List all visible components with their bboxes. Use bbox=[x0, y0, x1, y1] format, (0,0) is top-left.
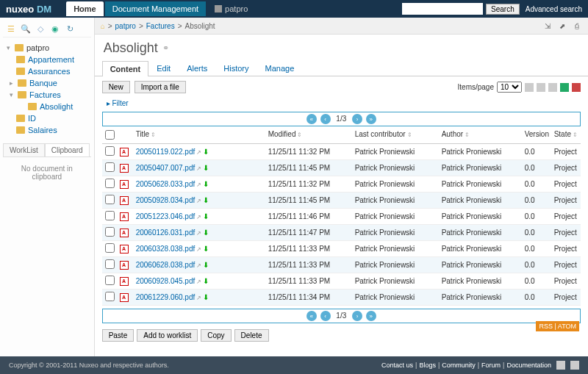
export-excel-icon[interactable] bbox=[560, 83, 569, 92]
file-link[interactable]: 20051223.046.pdf bbox=[136, 212, 196, 220]
view-list-icon[interactable] bbox=[525, 83, 534, 92]
file-link[interactable]: 20050628.033.pdf bbox=[136, 180, 196, 188]
file-link[interactable]: 20050407.007.pdf bbox=[136, 164, 196, 172]
open-new-icon[interactable]: ↗ bbox=[196, 214, 201, 220]
home-icon[interactable]: ⌂ bbox=[101, 22, 105, 30]
footer-docs[interactable]: Documentation bbox=[506, 362, 551, 369]
pager-first-bottom[interactable]: « bbox=[306, 311, 317, 321]
worklist-tab[interactable]: WorkList bbox=[3, 143, 45, 157]
search-icon[interactable]: 🔍 bbox=[21, 24, 31, 34]
col-state[interactable]: State⇕ bbox=[554, 130, 578, 141]
col-author[interactable]: Author⇕ bbox=[442, 130, 525, 141]
pager-last-bottom[interactable]: » bbox=[366, 311, 376, 321]
search-input[interactable] bbox=[402, 3, 483, 15]
row-checkbox[interactable] bbox=[105, 211, 115, 220]
open-new-icon[interactable]: ↗ bbox=[196, 165, 201, 172]
user-menu[interactable]: patpro bbox=[215, 4, 248, 13]
nav-home[interactable]: Home bbox=[66, 1, 104, 16]
file-link[interactable]: 20060126.031.pdf bbox=[136, 229, 196, 237]
pager-prev-bottom[interactable]: ‹ bbox=[320, 311, 331, 321]
tree-item-appartement[interactable]: Appartement bbox=[3, 54, 91, 65]
advanced-search-link[interactable]: Advanced search bbox=[526, 5, 582, 13]
download-icon[interactable]: ⬇ bbox=[203, 164, 209, 172]
tree-item-id[interactable]: ID bbox=[3, 112, 91, 124]
filter-toggle[interactable]: ▸ Filter bbox=[95, 98, 588, 109]
footer-contact[interactable]: Contact us bbox=[381, 362, 413, 369]
view-grid-icon[interactable] bbox=[537, 83, 545, 92]
file-link[interactable]: 20061229.060.pdf bbox=[136, 293, 196, 301]
download-icon[interactable]: ⬇ bbox=[203, 245, 209, 253]
rss-atom-button[interactable]: RSS | ATOM bbox=[536, 321, 579, 331]
pager-next-bottom[interactable]: › bbox=[352, 311, 362, 321]
refresh-icon[interactable]: ↻ bbox=[65, 24, 75, 34]
link-icon[interactable]: ⚭ bbox=[162, 43, 169, 53]
download-icon[interactable]: ⬇ bbox=[203, 148, 209, 156]
row-checkbox[interactable] bbox=[105, 146, 115, 156]
tree-root[interactable]: ▾patpro bbox=[3, 42, 91, 54]
footer-community[interactable]: Community bbox=[442, 362, 476, 369]
paste-button[interactable]: Paste bbox=[102, 329, 135, 342]
col-title[interactable]: Title⇕ bbox=[136, 130, 268, 141]
pager-next[interactable]: › bbox=[352, 114, 362, 124]
row-checkbox[interactable] bbox=[105, 276, 115, 285]
tree-item-absolight[interactable]: Absolight bbox=[3, 101, 91, 112]
download-icon[interactable]: ⬇ bbox=[203, 212, 209, 220]
open-new-icon[interactable]: ↗ bbox=[196, 198, 201, 204]
export-pdf-icon[interactable] bbox=[572, 83, 581, 92]
open-new-icon[interactable]: ↗ bbox=[196, 295, 201, 301]
download-icon[interactable]: ⬇ bbox=[203, 229, 209, 237]
open-new-icon[interactable]: ↗ bbox=[196, 246, 201, 253]
col-modified[interactable]: Modified⇕ bbox=[268, 130, 355, 141]
tab-alerts[interactable]: Alerts bbox=[179, 60, 215, 76]
row-checkbox[interactable] bbox=[105, 243, 115, 253]
open-new-icon[interactable]: ↗ bbox=[196, 278, 201, 285]
download-icon[interactable]: ⬇ bbox=[203, 261, 209, 269]
row-checkbox[interactable] bbox=[105, 227, 115, 237]
permalink-icon[interactable]: ⇲ bbox=[542, 21, 553, 31]
download-icon[interactable]: ⬇ bbox=[203, 180, 209, 188]
tab-history[interactable]: History bbox=[215, 60, 257, 76]
tab-manage[interactable]: Manage bbox=[257, 60, 303, 76]
download-icon[interactable]: ⬇ bbox=[203, 277, 209, 285]
row-checkbox[interactable] bbox=[105, 179, 115, 188]
breadcrumb-root[interactable]: patpro bbox=[115, 22, 136, 30]
tree-item-assurances[interactable]: Assurances bbox=[3, 65, 91, 77]
linkedin-icon[interactable] bbox=[570, 361, 579, 370]
pager-last[interactable]: » bbox=[366, 114, 376, 124]
footer-blogs[interactable]: Blogs bbox=[419, 362, 436, 369]
print-icon[interactable]: ⎙ bbox=[572, 21, 582, 31]
add-worklist-button[interactable]: Add to worklist bbox=[137, 329, 198, 342]
delete-button[interactable]: Delete bbox=[234, 329, 269, 342]
row-checkbox[interactable] bbox=[105, 162, 115, 172]
tree-mode-icon[interactable]: ☰ bbox=[6, 24, 16, 34]
row-checkbox[interactable] bbox=[105, 195, 115, 204]
file-link[interactable]: 20050119.022.pdf bbox=[136, 148, 196, 156]
new-button[interactable]: New bbox=[102, 81, 130, 93]
row-checkbox[interactable] bbox=[105, 259, 115, 269]
open-new-icon[interactable]: ↗ bbox=[196, 262, 201, 269]
row-checkbox[interactable] bbox=[105, 292, 115, 301]
items-per-page-select[interactable]: 10 bbox=[497, 82, 522, 93]
tree-item-factures[interactable]: ▾Factures bbox=[3, 89, 91, 101]
twitter-icon[interactable] bbox=[556, 361, 565, 370]
file-link[interactable]: 20060928.045.pdf bbox=[136, 277, 196, 285]
copy-button[interactable]: Copy bbox=[201, 329, 231, 342]
import-button[interactable]: Import a file bbox=[135, 81, 186, 93]
file-link[interactable]: 20050928.034.pdf bbox=[136, 196, 196, 204]
file-link[interactable]: 20060328.038.pdf bbox=[136, 245, 196, 253]
tag-icon[interactable]: ◇ bbox=[35, 24, 46, 34]
select-all-checkbox[interactable] bbox=[105, 130, 115, 140]
open-new-icon[interactable]: ↗ bbox=[196, 230, 201, 237]
export-icon[interactable]: ⬈ bbox=[557, 21, 567, 31]
tree-item-salaires[interactable]: Salaires bbox=[3, 124, 91, 136]
search-button[interactable]: Search bbox=[486, 4, 520, 15]
globe-icon[interactable]: ◉ bbox=[50, 24, 60, 34]
col-contributor[interactable]: Last contributor⇕ bbox=[355, 130, 442, 141]
breadcrumb-mid[interactable]: Factures bbox=[146, 22, 175, 30]
tab-edit[interactable]: Edit bbox=[148, 60, 179, 76]
download-icon[interactable]: ⬇ bbox=[203, 293, 209, 301]
nav-document-management[interactable]: Document Management bbox=[105, 1, 206, 16]
open-new-icon[interactable]: ↗ bbox=[196, 149, 201, 156]
download-icon[interactable]: ⬇ bbox=[203, 196, 209, 204]
view-compact-icon[interactable] bbox=[548, 83, 557, 92]
